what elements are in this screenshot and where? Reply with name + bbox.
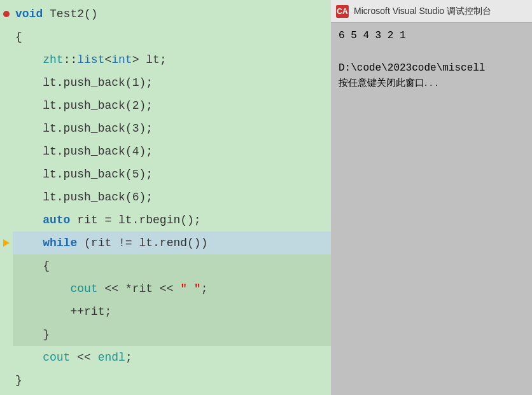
code-line: lt.push_back(6); [0, 186, 331, 209]
code-content: lt.push_back(2); [13, 94, 331, 117]
console-blank [339, 45, 524, 61]
line-gutter [0, 3, 13, 25]
indent-space [15, 300, 70, 323]
token-plain: lt.push_back(6); [43, 186, 153, 209]
code-line: zht::list<int> lt; [0, 48, 331, 71]
line-gutter [0, 25, 13, 48]
code-line: { [0, 254, 331, 277]
code-content: { [13, 25, 331, 48]
line-gutter [0, 300, 13, 323]
console-title: Microsoft Visual Studio 调试控制台 [354, 6, 491, 17]
code-content: } [13, 369, 331, 392]
indent-space [15, 140, 43, 163]
code-content: lt.push_back(5); [13, 163, 331, 186]
token-plain: lt.push_back(5); [43, 163, 153, 186]
token-plain: lt.push_back(1); [43, 71, 153, 94]
code-line: lt.push_back(2); [0, 94, 331, 117]
line-gutter [0, 323, 13, 346]
code-area: void Test2(){ zht::list<int> lt; lt.push… [0, 0, 331, 394]
code-line: while (rit != lt.rend()) [0, 232, 331, 254]
token-plain: Test2() [43, 3, 97, 25]
code-line: } [0, 323, 331, 346]
token-str: " " [180, 277, 200, 300]
token-plain: { [15, 25, 22, 48]
code-line: ++rit; [0, 300, 331, 323]
code-content: ++rit; [13, 300, 331, 323]
code-line: lt.push_back(5); [0, 163, 331, 186]
indent-space [15, 346, 43, 369]
indent-space [15, 323, 43, 346]
code-content: { [13, 254, 331, 277]
code-content: lt.push_back(1); [13, 71, 331, 94]
indent-space [15, 254, 43, 277]
console-icon: CA [336, 5, 349, 18]
token-ns: cout [43, 346, 70, 369]
indent-space [15, 94, 43, 117]
debug-arrow-icon [3, 239, 10, 247]
token-kw2: int [111, 48, 132, 71]
code-line: void Test2() [0, 3, 331, 25]
line-gutter [0, 48, 13, 71]
token-plain: ; [201, 277, 208, 300]
token-kw: void [15, 3, 43, 25]
breakpoint-icon [3, 11, 10, 17]
code-content: void Test2() [13, 3, 331, 25]
line-gutter [0, 232, 13, 254]
code-content: cout << *rit << " "; [13, 277, 331, 300]
indent-space [15, 277, 70, 300]
token-plain: << [70, 346, 97, 369]
token-ns: zht [43, 48, 63, 71]
code-panel: void Test2(){ zht::list<int> lt; lt.push… [0, 0, 331, 395]
token-plain: ; [125, 346, 132, 369]
code-content: while (rit != lt.rend()) [13, 232, 331, 254]
code-line: cout << endl; [0, 346, 331, 369]
code-content: cout << endl; [13, 346, 331, 369]
code-content: lt.push_back(6); [13, 186, 331, 209]
line-gutter [0, 346, 13, 369]
line-gutter [0, 254, 13, 277]
console-path: D:\code\2023code\miscell [339, 60, 524, 76]
line-gutter [0, 94, 13, 117]
code-content: auto rit = lt.rbegin(); [13, 209, 331, 232]
line-gutter [0, 71, 13, 94]
token-ns: endl [98, 346, 125, 369]
console-close: 按任意键关闭此窗口. . . [339, 76, 524, 90]
token-kw2: list [77, 48, 104, 71]
token-kw: auto [43, 209, 70, 232]
line-gutter [0, 186, 13, 209]
console-panel: CA Microsoft Visual Studio 调试控制台 6 5 4 3… [331, 0, 532, 395]
code-content: zht::list<int> lt; [13, 48, 331, 71]
indent-space [15, 48, 43, 71]
indent-space [15, 71, 43, 94]
token-plain: } [15, 369, 22, 392]
token-plain: lt.push_back(3); [43, 117, 153, 140]
indent-space [15, 117, 43, 140]
line-gutter [0, 163, 13, 186]
indent-space [15, 186, 43, 209]
code-line: lt.push_back(3); [0, 117, 331, 140]
indent-space [15, 232, 43, 254]
code-line: lt.push_back(1); [0, 71, 331, 94]
token-plain: { [43, 254, 50, 277]
code-line: } [0, 369, 331, 392]
token-kw: while [43, 232, 77, 254]
line-gutter [0, 277, 13, 300]
token-plain: lt.push_back(4); [43, 140, 153, 163]
token-plain: << *rit << [98, 277, 181, 300]
code-content: lt.push_back(3); [13, 117, 331, 140]
token-plain: :: [64, 48, 78, 71]
code-content: lt.push_back(4); [13, 140, 331, 163]
token-plain: (rit != lt.rend()) [77, 232, 207, 254]
token-plain: ++rit; [70, 300, 111, 323]
indent-space [15, 209, 43, 232]
indent-space [15, 163, 43, 186]
code-line: cout << *rit << " "; [0, 277, 331, 300]
token-ns: cout [70, 277, 97, 300]
line-gutter [0, 209, 13, 232]
console-titlebar: CA Microsoft Visual Studio 调试控制台 [331, 0, 532, 23]
token-plain: } [43, 323, 50, 346]
console-body: 6 5 4 3 2 1 D:\code\2023code\miscell 按任意… [331, 23, 532, 395]
code-line: { [0, 25, 331, 48]
token-plain: rit = lt.rbegin(); [70, 209, 200, 232]
token-plain: < [104, 48, 111, 71]
